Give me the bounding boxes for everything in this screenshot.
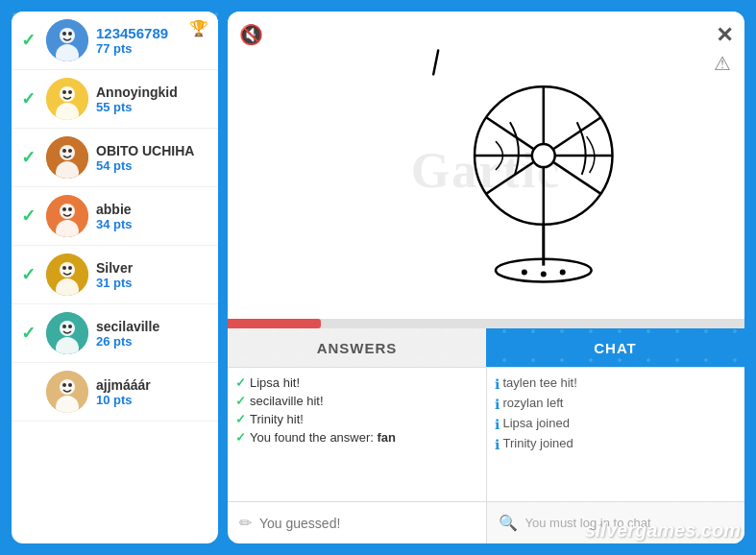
- chat-text: Trinity joined: [503, 436, 573, 450]
- answers-panel: ✓Lipsa hit!✓secilaville hit!✓Trinity hit…: [228, 368, 487, 501]
- player-name: OBITO UCHIHA: [96, 143, 208, 158]
- svg-point-24: [68, 266, 72, 270]
- player-name: Annoyingkid: [96, 84, 208, 100]
- player-item: ✓ secilaville26 pts: [12, 304, 218, 363]
- player-name: ajjmááár: [96, 377, 208, 393]
- player-item: ✓ abbie34 pts: [12, 187, 218, 246]
- answer-text: secilaville hit!: [250, 394, 324, 408]
- progress-bar-fill: [228, 319, 321, 328]
- main-container: ✓ 12345678977 pts🏆 ✓ Annoyingkid55 pts ✓: [12, 12, 744, 543]
- player-info: ajjmááár10 pts: [96, 377, 208, 407]
- answer-check: ✓: [235, 375, 246, 390]
- svg-point-4: [68, 32, 72, 36]
- svg-point-44: [522, 270, 527, 276]
- search-icon: 🔍: [499, 514, 518, 532]
- player-name: Silver: [96, 260, 208, 276]
- svg-point-33: [62, 383, 66, 387]
- player-pts: 77 pts: [96, 41, 208, 56]
- drawing-area: 🔇 ✕ ⚠ Gartic: [228, 12, 744, 328]
- svg-point-46: [560, 270, 566, 276]
- answer-item: ✓secilaville hit!: [235, 392, 478, 410]
- svg-point-45: [541, 272, 547, 278]
- player-name: secilaville: [96, 319, 208, 334]
- player-avatar: [46, 371, 88, 413]
- player-pts: 26 pts: [96, 334, 208, 349]
- player-pts: 31 pts: [96, 276, 208, 290]
- chat-text: rozylan left: [503, 396, 564, 410]
- player-info: Silver31 pts: [96, 260, 208, 290]
- tab-chat[interactable]: CHAT: [486, 328, 744, 367]
- players-panel: ✓ 12345678977 pts🏆 ✓ Annoyingkid55 pts ✓: [12, 12, 218, 543]
- svg-line-35: [433, 50, 438, 74]
- info-icon: ℹ: [495, 376, 500, 392]
- svg-point-13: [62, 149, 66, 153]
- answer-item: ✓You found the answer: fan: [235, 428, 478, 446]
- svg-point-29: [68, 325, 72, 328]
- player-pts: 55 pts: [96, 100, 208, 114]
- svg-point-14: [68, 149, 72, 153]
- bottom-panels: ✓Lipsa hit!✓secilaville hit!✓Trinity hit…: [228, 367, 744, 501]
- info-icon: ℹ: [495, 417, 500, 432]
- player-item: ajjmááár10 pts: [12, 363, 218, 422]
- answer-check: ✓: [235, 430, 246, 445]
- tabs-row: ANSWERS CHAT: [228, 328, 744, 367]
- player-check: ✓: [21, 264, 38, 285]
- svg-point-9: [68, 90, 72, 94]
- branding: silvergames.com: [585, 519, 741, 542]
- player-pts: 54 pts: [96, 158, 208, 173]
- player-check: ✓: [21, 323, 38, 344]
- chat-text: Lipsa joined: [503, 416, 570, 430]
- guess-input-wrap: ✏: [228, 502, 487, 543]
- player-check: ✓: [21, 30, 38, 51]
- svg-point-3: [62, 32, 66, 36]
- right-panel: 🔇 ✕ ⚠ Gartic: [228, 12, 744, 543]
- svg-point-28: [62, 325, 66, 328]
- svg-point-18: [62, 207, 66, 211]
- player-avatar: [46, 195, 88, 237]
- answer-item: ✓Lipsa hit!: [235, 374, 478, 392]
- player-name: abbie: [96, 202, 208, 217]
- player-pts: 10 pts: [96, 393, 208, 407]
- player-item: ✓ OBITO UCHIHA54 pts: [12, 129, 218, 187]
- answer-text: Trinity hit!: [250, 412, 304, 426]
- svg-point-19: [68, 207, 72, 211]
- player-info: secilaville26 pts: [96, 319, 208, 349]
- player-item: ✓ Annoyingkid55 pts: [12, 70, 218, 129]
- player-info: abbie34 pts: [96, 202, 208, 231]
- answer-check: ✓: [235, 412, 246, 426]
- svg-point-34: [68, 383, 72, 387]
- player-pts: 34 pts: [96, 217, 208, 231]
- player-info: OBITO UCHIHA54 pts: [96, 143, 208, 173]
- svg-point-41: [532, 144, 555, 167]
- player-check: ✓: [21, 147, 38, 168]
- chat-item: ℹTrinity joined: [495, 434, 738, 454]
- answer-text: You found the answer: fan: [250, 430, 396, 445]
- drawing-canvas: [228, 12, 744, 328]
- player-info: Annoyingkid55 pts: [96, 84, 208, 114]
- player-avatar: [46, 253, 88, 296]
- chat-text: taylen tee hit!: [503, 375, 577, 390]
- info-icon: ℹ: [495, 437, 500, 452]
- player-avatar: [46, 312, 88, 354]
- chat-item: ℹrozylan left: [495, 394, 738, 414]
- player-check: ✓: [21, 205, 38, 227]
- pencil-icon: ✏: [239, 514, 252, 532]
- crown-icon: 🏆: [189, 19, 208, 37]
- progress-bar-container: [228, 319, 744, 328]
- svg-point-23: [62, 266, 66, 270]
- chat-item: ℹtaylen tee hit!: [495, 374, 738, 394]
- player-item: ✓ Silver31 pts: [12, 246, 218, 304]
- player-avatar: [46, 19, 88, 61]
- answer-text: Lipsa hit!: [250, 375, 300, 390]
- chat-item: ℹLipsa joined: [495, 414, 738, 434]
- chat-panel: ℹtaylen tee hit!ℹrozylan leftℹLipsa join…: [487, 368, 745, 501]
- svg-point-8: [62, 90, 66, 94]
- player-item: ✓ 12345678977 pts🏆: [12, 12, 218, 70]
- player-avatar: [46, 136, 88, 179]
- info-icon: ℹ: [495, 397, 500, 412]
- player-avatar: [46, 78, 88, 120]
- guess-input[interactable]: [259, 516, 475, 531]
- answer-item: ✓Trinity hit!: [235, 410, 478, 428]
- player-check: ✓: [21, 88, 38, 109]
- tab-answers[interactable]: ANSWERS: [228, 328, 486, 367]
